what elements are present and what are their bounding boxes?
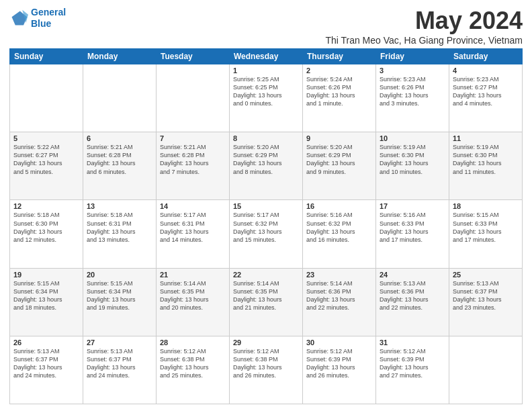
header-sunday: Sunday <box>10 49 83 64</box>
day-info: Sunrise: 5:20 AM Sunset: 6:29 PM Dayligh… <box>306 143 372 176</box>
logo: General Blue <box>9 7 66 30</box>
day-info: Sunrise: 5:13 AM Sunset: 6:36 PM Dayligh… <box>380 279 445 312</box>
header-saturday: Saturday <box>449 49 523 64</box>
calendar-cell: 13Sunrise: 5:18 AM Sunset: 6:31 PM Dayli… <box>83 200 157 268</box>
calendar-table: Sunday Monday Tuesday Wednesday Thursday… <box>9 48 523 404</box>
header-tuesday: Tuesday <box>157 49 230 64</box>
header-friday: Friday <box>376 49 449 64</box>
day-info: Sunrise: 5:13 AM Sunset: 6:37 PM Dayligh… <box>87 347 152 380</box>
calendar-cell: 16Sunrise: 5:16 AM Sunset: 6:32 PM Dayli… <box>303 200 376 268</box>
calendar-cell: 3Sunrise: 5:23 AM Sunset: 6:26 PM Daylig… <box>376 64 449 132</box>
month-title: May 2024 <box>325 7 523 35</box>
header-thursday: Thursday <box>303 49 376 64</box>
day-info: Sunrise: 5:14 AM Sunset: 6:35 PM Dayligh… <box>233 279 299 312</box>
day-info: Sunrise: 5:16 AM Sunset: 6:32 PM Dayligh… <box>306 211 372 244</box>
title-section: May 2024 Thi Tran Meo Vac, Ha Giang Prov… <box>325 7 523 46</box>
day-number: 30 <box>306 338 372 347</box>
calendar-cell: 29Sunrise: 5:12 AM Sunset: 6:38 PM Dayli… <box>230 336 303 404</box>
day-number: 6 <box>87 134 152 142</box>
calendar-cell: 1Sunrise: 5:25 AM Sunset: 6:25 PM Daylig… <box>230 64 303 132</box>
day-info: Sunrise: 5:13 AM Sunset: 6:37 PM Dayligh… <box>453 279 519 312</box>
calendar-cell: 7Sunrise: 5:21 AM Sunset: 6:28 PM Daylig… <box>157 132 230 200</box>
day-number: 5 <box>13 134 79 142</box>
calendar-cell: 8Sunrise: 5:20 AM Sunset: 6:29 PM Daylig… <box>230 132 303 200</box>
location: Thi Tran Meo Vac, Ha Giang Province, Vie… <box>325 35 523 46</box>
day-number: 15 <box>233 202 299 210</box>
header-monday: Monday <box>83 49 157 64</box>
day-info: Sunrise: 5:12 AM Sunset: 6:38 PM Dayligh… <box>160 347 226 380</box>
day-number: 1 <box>233 66 299 75</box>
calendar-cell: 2Sunrise: 5:24 AM Sunset: 6:26 PM Daylig… <box>303 64 376 132</box>
day-number: 19 <box>13 271 79 279</box>
day-number: 7 <box>160 134 226 142</box>
header: General Blue May 2024 Thi Tran Meo Vac, … <box>9 7 523 46</box>
day-number: 4 <box>453 66 519 75</box>
calendar-cell: 31Sunrise: 5:12 AM Sunset: 6:39 PM Dayli… <box>376 336 449 404</box>
day-number: 20 <box>87 271 152 279</box>
day-info: Sunrise: 5:16 AM Sunset: 6:33 PM Dayligh… <box>380 211 445 244</box>
day-number: 16 <box>306 202 372 210</box>
calendar-cell: 17Sunrise: 5:16 AM Sunset: 6:33 PM Dayli… <box>376 200 449 268</box>
calendar-week-4: 26Sunrise: 5:13 AM Sunset: 6:37 PM Dayli… <box>10 336 523 404</box>
calendar-cell <box>83 64 157 132</box>
day-number: 12 <box>13 202 79 210</box>
calendar-week-1: 5Sunrise: 5:22 AM Sunset: 6:27 PM Daylig… <box>10 132 523 200</box>
calendar-cell: 4Sunrise: 5:23 AM Sunset: 6:27 PM Daylig… <box>449 64 523 132</box>
calendar-cell: 9Sunrise: 5:20 AM Sunset: 6:29 PM Daylig… <box>303 132 376 200</box>
day-number: 14 <box>160 202 226 210</box>
calendar-cell: 28Sunrise: 5:12 AM Sunset: 6:38 PM Dayli… <box>157 336 230 404</box>
day-info: Sunrise: 5:12 AM Sunset: 6:38 PM Dayligh… <box>233 347 299 380</box>
day-info: Sunrise: 5:14 AM Sunset: 6:35 PM Dayligh… <box>160 279 226 312</box>
calendar-week-3: 19Sunrise: 5:15 AM Sunset: 6:34 PM Dayli… <box>10 268 523 336</box>
logo-icon <box>9 9 28 28</box>
day-info: Sunrise: 5:21 AM Sunset: 6:28 PM Dayligh… <box>87 143 152 176</box>
calendar-cell: 23Sunrise: 5:14 AM Sunset: 6:36 PM Dayli… <box>303 268 376 336</box>
logo-text: General Blue <box>31 7 66 30</box>
day-number: 24 <box>380 271 445 279</box>
day-number: 10 <box>380 134 445 142</box>
day-number: 9 <box>306 134 372 142</box>
day-number: 26 <box>13 338 79 347</box>
day-info: Sunrise: 5:19 AM Sunset: 6:30 PM Dayligh… <box>380 143 445 176</box>
calendar-week-2: 12Sunrise: 5:18 AM Sunset: 6:30 PM Dayli… <box>10 200 523 268</box>
day-number: 27 <box>87 338 152 347</box>
header-wednesday: Wednesday <box>230 49 303 64</box>
calendar-cell: 5Sunrise: 5:22 AM Sunset: 6:27 PM Daylig… <box>10 132 83 200</box>
day-info: Sunrise: 5:13 AM Sunset: 6:37 PM Dayligh… <box>13 347 79 380</box>
day-info: Sunrise: 5:17 AM Sunset: 6:31 PM Dayligh… <box>160 211 226 244</box>
calendar-cell: 20Sunrise: 5:15 AM Sunset: 6:34 PM Dayli… <box>83 268 157 336</box>
calendar-cell: 18Sunrise: 5:15 AM Sunset: 6:33 PM Dayli… <box>449 200 523 268</box>
day-number: 11 <box>453 134 519 142</box>
day-info: Sunrise: 5:18 AM Sunset: 6:30 PM Dayligh… <box>13 211 79 244</box>
calendar-cell <box>157 64 230 132</box>
day-info: Sunrise: 5:19 AM Sunset: 6:30 PM Dayligh… <box>453 143 519 176</box>
day-number: 25 <box>453 271 519 279</box>
calendar-cell: 14Sunrise: 5:17 AM Sunset: 6:31 PM Dayli… <box>157 200 230 268</box>
day-info: Sunrise: 5:18 AM Sunset: 6:31 PM Dayligh… <box>87 211 152 244</box>
calendar-week-0: 1Sunrise: 5:25 AM Sunset: 6:25 PM Daylig… <box>10 64 523 132</box>
day-number: 23 <box>306 271 372 279</box>
day-info: Sunrise: 5:12 AM Sunset: 6:39 PM Dayligh… <box>306 347 372 380</box>
day-info: Sunrise: 5:17 AM Sunset: 6:32 PM Dayligh… <box>233 211 299 244</box>
page: General Blue May 2024 Thi Tran Meo Vac, … <box>0 0 532 411</box>
calendar-header-row: Sunday Monday Tuesday Wednesday Thursday… <box>10 49 523 64</box>
day-number: 29 <box>233 338 299 347</box>
calendar-cell <box>449 336 523 404</box>
day-number: 22 <box>233 271 299 279</box>
day-info: Sunrise: 5:22 AM Sunset: 6:27 PM Dayligh… <box>13 143 79 176</box>
day-info: Sunrise: 5:25 AM Sunset: 6:25 PM Dayligh… <box>233 75 299 108</box>
day-info: Sunrise: 5:14 AM Sunset: 6:36 PM Dayligh… <box>306 279 372 312</box>
day-info: Sunrise: 5:24 AM Sunset: 6:26 PM Dayligh… <box>306 75 372 108</box>
day-number: 3 <box>380 66 445 75</box>
calendar-cell: 15Sunrise: 5:17 AM Sunset: 6:32 PM Dayli… <box>230 200 303 268</box>
calendar-cell: 22Sunrise: 5:14 AM Sunset: 6:35 PM Dayli… <box>230 268 303 336</box>
calendar-cell <box>10 64 83 132</box>
calendar-cell: 30Sunrise: 5:12 AM Sunset: 6:39 PM Dayli… <box>303 336 376 404</box>
calendar-cell: 21Sunrise: 5:14 AM Sunset: 6:35 PM Dayli… <box>157 268 230 336</box>
calendar-cell: 6Sunrise: 5:21 AM Sunset: 6:28 PM Daylig… <box>83 132 157 200</box>
calendar-cell: 26Sunrise: 5:13 AM Sunset: 6:37 PM Dayli… <box>10 336 83 404</box>
day-number: 18 <box>453 202 519 210</box>
day-number: 17 <box>380 202 445 210</box>
day-number: 2 <box>306 66 372 75</box>
calendar-cell: 11Sunrise: 5:19 AM Sunset: 6:30 PM Dayli… <box>449 132 523 200</box>
